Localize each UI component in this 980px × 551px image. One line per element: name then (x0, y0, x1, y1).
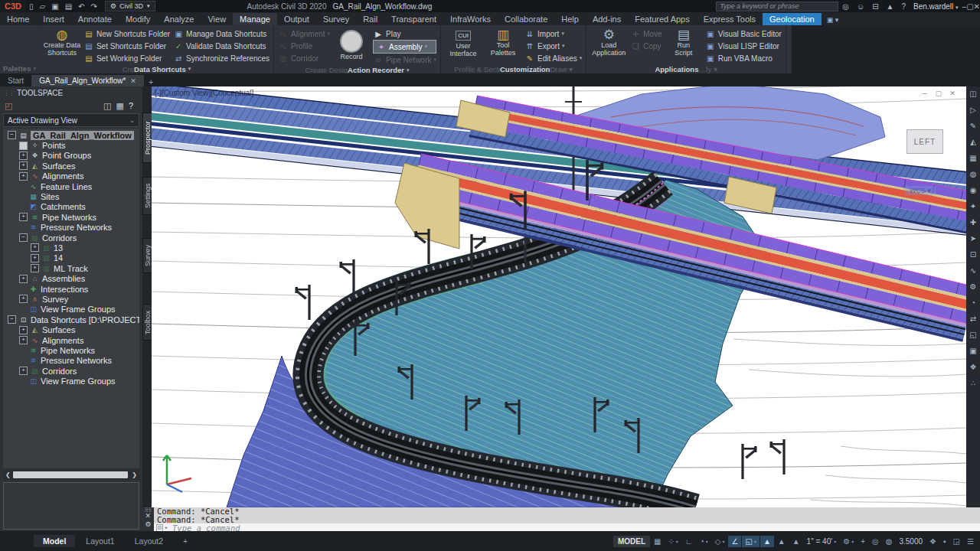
tree-expander[interactable]: + (19, 161, 28, 170)
export-customization-button[interactable]: ⇈Export▾ (524, 40, 582, 52)
ribbon-tab-survey[interactable]: Survey (316, 13, 356, 25)
help-icon[interactable]: ? (897, 2, 910, 11)
tree-item-ml-track[interactable]: +▥ML Track (3, 263, 139, 273)
set-working-folder-button[interactable]: ▤Set Working Folder (83, 52, 170, 64)
close-button[interactable]: ✕ (974, 2, 980, 11)
toolbar-icon-17[interactable]: ▣ (969, 347, 976, 363)
ribbon-tab-express-tools[interactable]: Express Tools (697, 13, 763, 25)
toolbar-icon-6[interactable]: ◍ (970, 170, 977, 186)
geographic-location-icon[interactable]: ◍ (883, 536, 896, 547)
annotation-monitor-icon[interactable]: + (858, 536, 868, 547)
drawing-canvas[interactable]: [-][Custom View][Conceptual] ─ ▢ ✕ LEFT … (152, 86, 966, 507)
save-icon[interactable]: ▣ (48, 2, 61, 11)
scroll-left-icon[interactable]: ❮ (3, 471, 13, 478)
layout-tab-layout1[interactable]: Layout1 (77, 535, 123, 547)
tree-expander[interactable]: − (8, 131, 16, 139)
tree-item-feature-lines[interactable]: ∿Feature Lines (3, 181, 139, 191)
layout-tab-new[interactable]: + (174, 535, 197, 547)
create-data-shortcuts-button[interactable]: ◍Create Data Shortcuts (42, 26, 82, 64)
play-button[interactable]: ▶Play (373, 28, 436, 40)
customize-command-icon[interactable]: ⚙ (145, 520, 151, 529)
validate-data-shortcuts-button[interactable]: ✓Validate Data Shortcuts (173, 40, 270, 52)
annotation-autoscale-icon[interactable]: ▲ (775, 536, 789, 547)
run-script-button[interactable]: ▤Run Script (664, 26, 704, 64)
alert-icon[interactable]: ▲ (883, 2, 898, 11)
toolspace-help-icon[interactable]: ? (129, 101, 133, 110)
tree-item-13[interactable]: +▥13 (3, 243, 139, 253)
ribbon-tab-infraworks[interactable]: InfraWorks (443, 13, 498, 25)
doc-tab-drawing[interactable]: GA_Rail_Algn_Workflow*✕ (31, 75, 144, 86)
toolspace-display-icon[interactable]: ▦ (116, 101, 123, 111)
toolbar-icon-16[interactable]: ◱ (969, 331, 976, 347)
tree-expander[interactable]: + (31, 243, 39, 252)
tree-item-point-groups[interactable]: +❖Point Groups (3, 151, 139, 161)
new-shortcuts-folder-button[interactable]: ▤New Shortcuts Folder (83, 28, 170, 40)
object-snap-tracking-icon[interactable]: ∠ (728, 536, 741, 547)
tree-item-pressure-networks[interactable]: ≋Pressure Networks (3, 356, 139, 366)
tree-item-corridors[interactable]: +▥Corridors (3, 366, 139, 376)
toolbar-icon-7[interactable]: ◉ (970, 186, 977, 202)
new-drawing-button[interactable]: + (149, 77, 153, 86)
search-icon[interactable]: ◎ (838, 2, 853, 11)
visual-basic-editor-button[interactable]: ▣Visual Basic Editor (705, 28, 782, 40)
user-menu[interactable]: Ben.wardell ▾ (910, 2, 962, 11)
application-menu-button[interactable]: C3D (0, 0, 26, 12)
tree-expander[interactable]: + (19, 152, 28, 160)
annotation-scale-icon[interactable]: ▲ (789, 536, 803, 547)
tree-item-pipe-networks[interactable]: ≋Pipe Networks (3, 345, 139, 355)
scroll-right-icon[interactable]: ❯ (129, 471, 139, 478)
tree-item-view-frame-groups[interactable]: ◫View Frame Groups (3, 376, 139, 386)
tree-item-data-shortcuts-d-projects-rail[interactable]: −⊡Data Shortcuts [D:\PROJECTS\Rail Work.… (3, 315, 139, 324)
toolbar-icon-8[interactable]: ✦ (970, 202, 976, 218)
toolbar-icon-4[interactable]: ◭ (970, 138, 976, 154)
tree-item-survey[interactable]: +⋔Survey (3, 294, 139, 304)
model-space-button[interactable]: MODEL (613, 536, 650, 547)
load-application-button[interactable]: ⚙Load Application (589, 26, 629, 64)
ribbon-tab-view[interactable]: View (201, 13, 233, 25)
import-customization-button[interactable]: ⇊Import▾ (524, 28, 582, 40)
customization-menu-icon[interactable]: ☰ (964, 536, 977, 547)
toolbar-icon-12[interactable]: ∿ (970, 266, 976, 282)
toolbar-icon-19[interactable]: ∴ (971, 379, 975, 395)
check-standards-button[interactable]: ✓Check (790, 40, 792, 52)
toolbar-icon-3[interactable]: ✎ (970, 122, 976, 138)
ribbon-tab-modify[interactable]: Modify (119, 13, 157, 25)
workspace-switching-icon[interactable]: ⚙▾ (840, 536, 857, 547)
pipe-network-dropdown[interactable]: ≋Pipe Network▾ (373, 54, 436, 66)
ribbon-tab-annotate[interactable]: Annotate (71, 13, 119, 25)
redo-icon[interactable]: ↷ (88, 2, 100, 11)
tree-item-pipe-networks[interactable]: +≋Pipe Networks (3, 212, 139, 222)
panel-label[interactable]: CAD Standards (786, 64, 792, 73)
toolspace-panel-icon[interactable]: ◫ (103, 101, 111, 111)
panel-label[interactable]: CreData Shortcuts▾ (40, 64, 273, 73)
synchronize-references-button[interactable]: ⇄Synchronize References (173, 52, 270, 64)
toolbar-icon-18[interactable]: ❖ (970, 363, 977, 379)
toolbar-icon-2[interactable]: ▷ (970, 106, 976, 122)
tree-expander[interactable]: + (31, 264, 39, 272)
ribbon-tab-manage[interactable]: Manage (233, 13, 277, 25)
polar-tracking-icon[interactable]: ◔▾ (697, 536, 711, 547)
app-store-icon[interactable]: ⊟ (868, 2, 882, 11)
tree-item-surfaces[interactable]: +◭Surfaces (3, 161, 139, 171)
annotation-scale-value[interactable]: 1" = 40'▾ (804, 536, 840, 547)
configure-standards-button[interactable]: ⚙Configure (790, 52, 792, 64)
tree-item-sites[interactable]: ▦Sites (3, 191, 139, 201)
undo-icon[interactable]: ↶ (75, 2, 87, 11)
new-file-icon[interactable]: ▯ (26, 2, 37, 11)
horizontal-scrollbar[interactable]: ❮ ❯ (3, 470, 139, 480)
search-input[interactable]: Type a keyword or phrase (716, 2, 838, 11)
alignment-button[interactable]: ∿Alignment▾ (278, 28, 330, 40)
annotation-visibility-icon[interactable]: ▲ (760, 536, 774, 547)
run-vba-macro-button[interactable]: ▣Run VBA Macro (705, 52, 782, 64)
tree-item-pressure-networks[interactable]: ≋Pressure Networks (3, 223, 139, 233)
layer-translator-button[interactable]: ⇄Layer Translator (790, 28, 792, 40)
viewcube[interactable]: LEFT (906, 129, 943, 154)
isolate-objects-icon[interactable]: ◎ (869, 536, 882, 547)
tree-expander[interactable]: − (19, 233, 28, 242)
layout-tab-layout2[interactable]: Layout2 (126, 535, 172, 547)
grip-icon[interactable]: ⋮⋮ (3, 90, 14, 96)
ribbon-tab-add-ins[interactable]: Add-ins (586, 13, 628, 25)
tree-item-ga-rail-algn-workflow[interactable]: −▤GA_Rail_Algn_Workflow (3, 130, 139, 140)
visual-lisp-editor-button[interactable]: ▣Visual LISP Editor (705, 40, 782, 52)
ribbon-tab-rail[interactable]: Rail (356, 13, 384, 25)
